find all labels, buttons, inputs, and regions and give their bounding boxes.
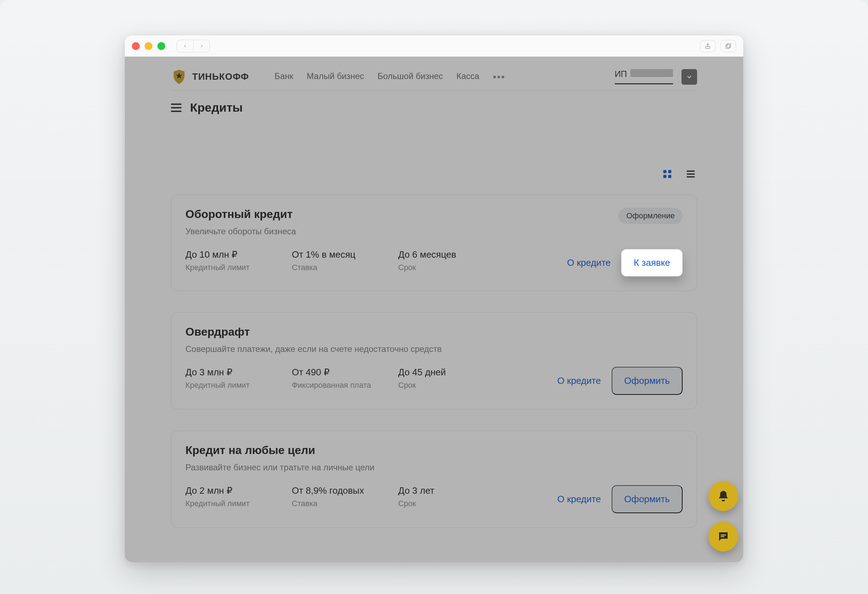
stat-term: До 45 дней Срок [398,367,505,390]
svg-rect-1 [727,44,731,47]
user-name-placeholder [630,69,673,77]
stat-rate: От 8,9% годовых Ставка [292,485,398,508]
nav-link-bank[interactable]: Банк [275,71,293,83]
list-view-button[interactable] [684,168,697,180]
nav-link-big-biz[interactable]: Большой бизнес [378,71,443,83]
browser-window: ТИНЬКОФФ Банк Малый бизнес Большой бизне… [125,35,743,562]
svg-rect-10 [721,535,726,535]
about-credit-link[interactable]: О кредите [557,494,601,505]
account-switcher-button[interactable] [682,69,697,85]
nav-back-button[interactable] [177,40,193,52]
stat-term: До 3 лет Срок [398,485,505,508]
top-nav: ТИНЬКОФФ Банк Малый бизнес Большой бизне… [125,57,743,90]
menu-icon[interactable] [171,103,182,112]
nav-link-kassa[interactable]: Касса [456,71,480,83]
card-title: Овердрафт [186,325,442,339]
user-prefix: ИП [615,69,627,79]
credit-card-overdraft: Овердрафт Совершайте платежи, даже если … [171,312,697,409]
about-credit-link[interactable]: О кредите [557,375,601,386]
top-nav-links: Банк Малый бизнес Большой бизнес Касса •… [275,71,505,83]
brand-logo[interactable]: ТИНЬКОФФ [171,69,249,85]
titlebar [125,35,743,57]
fullscreen-window-button[interactable] [158,42,165,50]
nav-forward-button[interactable] [193,40,210,52]
close-window-button[interactable] [132,42,140,50]
svg-rect-7 [687,171,695,172]
page-content: ТИНЬКОФФ Банк Малый бизнес Большой бизне… [125,57,743,562]
page-title: Кредиты [190,101,243,115]
shield-logo-icon [171,69,187,85]
status-badge: Оформление [619,208,682,224]
window-controls [132,42,165,50]
credit-card-oborotny: Оборотный кредит Увеличьте обороты бизне… [171,195,697,291]
svg-rect-8 [687,173,695,175]
to-application-button[interactable]: К заявке [621,249,682,276]
view-toggle [171,168,697,180]
svg-rect-3 [663,170,667,173]
stat-limit: До 3 млн ₽ Кредитный лимит [186,367,292,390]
card-title: Оборотный кредит [186,208,296,221]
brand-name: ТИНЬКОФФ [192,71,249,82]
minimize-window-button[interactable] [145,42,152,50]
apply-button[interactable]: Оформить [612,367,682,395]
svg-rect-9 [687,176,695,178]
nav-arrows [177,40,210,52]
fab-column [709,481,738,551]
stat-fee: От 490 ₽ Фиксированная плата [292,367,398,390]
section-header: Кредиты [125,91,743,125]
nav-more-icon[interactable]: ••• [493,71,505,83]
stat-term: До 6 месяцев Срок [398,249,505,272]
credit-card-any-purpose: Кредит на любые цели Развивайте бизнес и… [171,430,697,528]
nav-link-small-biz[interactable]: Малый бизнес [307,71,364,83]
grid-view-button[interactable] [661,168,674,180]
card-subtitle: Совершайте платежи, даже если на счете н… [186,344,442,354]
page-area: Оборотный кредит Увеличьте обороты бизне… [125,125,743,528]
share-button[interactable] [700,40,716,52]
chat-fab[interactable] [709,522,738,551]
svg-rect-11 [721,536,725,537]
apply-button[interactable]: Оформить [612,485,682,513]
svg-rect-6 [669,175,672,178]
credit-cards-list: Оборотный кредит Увеличьте обороты бизне… [171,195,697,528]
user-menu[interactable]: ИП [615,69,673,84]
card-subtitle: Увеличьте обороты бизнеса [186,227,296,236]
card-subtitle: Развивайте бизнес или тратьте на личные … [186,463,375,472]
stat-limit: До 10 млн ₽ Кредитный лимит [186,249,292,272]
svg-rect-2 [726,45,730,49]
stat-rate: От 1% в месяц Ставка [292,249,398,272]
svg-rect-4 [669,170,672,173]
stat-limit: До 2 млн ₽ Кредитный лимит [186,485,292,508]
card-title: Кредит на любые цели [186,444,375,457]
tabs-button[interactable] [720,40,736,52]
notifications-fab[interactable] [709,481,738,511]
svg-rect-5 [663,175,667,178]
about-credit-link[interactable]: О кредите [567,257,611,268]
